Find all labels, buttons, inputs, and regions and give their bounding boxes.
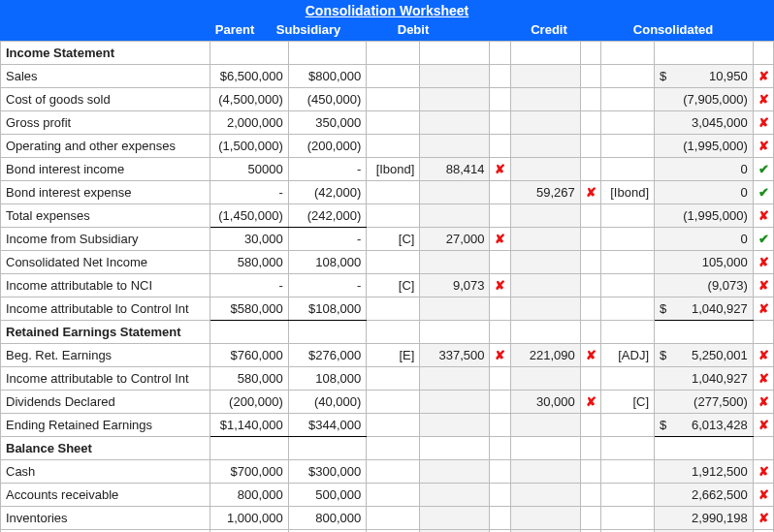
subsidiary-cell[interactable]: 800,000 bbox=[288, 507, 367, 530]
debit-ref-cell[interactable] bbox=[367, 135, 420, 158]
subsidiary-cell[interactable]: 108,000 bbox=[288, 367, 367, 391]
parent-cell[interactable]: (1,450,000) bbox=[210, 204, 289, 228]
consolidated-cell[interactable]: 0 bbox=[670, 228, 753, 251]
debit-value-cell[interactable] bbox=[420, 135, 490, 158]
subsidiary-cell[interactable]: - bbox=[288, 228, 367, 251]
debit-ref-cell[interactable] bbox=[367, 204, 420, 228]
credit-value-cell[interactable] bbox=[510, 251, 580, 274]
credit-value-cell[interactable] bbox=[510, 274, 580, 297]
debit-value-cell[interactable] bbox=[420, 204, 490, 228]
parent-cell[interactable]: $6,500,000 bbox=[210, 65, 289, 88]
debit-ref-cell[interactable] bbox=[367, 297, 420, 321]
credit-ref-cell[interactable]: [Ibond] bbox=[600, 181, 654, 204]
debit-value-cell[interactable] bbox=[420, 460, 490, 484]
credit-ref-cell[interactable] bbox=[600, 507, 654, 530]
subsidiary-cell[interactable]: - bbox=[288, 158, 367, 181]
parent-cell[interactable]: (4,500,000) bbox=[210, 88, 289, 111]
consolidated-cell[interactable]: (1,995,000) bbox=[670, 135, 753, 158]
credit-ref-cell[interactable] bbox=[600, 88, 654, 111]
subsidiary-cell[interactable]: (40,000) bbox=[288, 391, 367, 414]
parent-cell[interactable]: $580,000 bbox=[210, 297, 289, 321]
subsidiary-cell[interactable]: $300,000 bbox=[288, 460, 367, 484]
credit-ref-cell[interactable] bbox=[600, 204, 654, 228]
credit-value-cell[interactable] bbox=[510, 88, 580, 111]
consolidated-cell[interactable]: 6,013,428 bbox=[670, 414, 753, 437]
debit-value-cell[interactable]: 27,000 bbox=[420, 228, 490, 251]
credit-ref-cell[interactable]: [ADJ] bbox=[600, 344, 654, 367]
consolidated-cell[interactable]: (1,995,000) bbox=[670, 204, 753, 228]
credit-value-cell[interactable] bbox=[510, 228, 580, 251]
credit-value-cell[interactable] bbox=[510, 484, 580, 507]
parent-cell[interactable]: 580,000 bbox=[210, 251, 289, 274]
parent-cell[interactable]: 800,000 bbox=[210, 484, 289, 507]
debit-value-cell[interactable] bbox=[420, 367, 490, 391]
worksheet-title-link[interactable]: Consolidation Worksheet bbox=[306, 3, 469, 18]
subsidiary-cell[interactable]: 350,000 bbox=[288, 111, 367, 135]
subsidiary-cell[interactable]: $344,000 bbox=[288, 414, 367, 437]
credit-value-cell[interactable] bbox=[510, 135, 580, 158]
parent-cell[interactable]: (200,000) bbox=[210, 391, 289, 414]
debit-ref-cell[interactable] bbox=[367, 181, 420, 204]
credit-ref-cell[interactable] bbox=[600, 65, 654, 88]
credit-ref-cell[interactable] bbox=[600, 460, 654, 484]
subsidiary-cell[interactable]: $276,000 bbox=[288, 344, 367, 367]
debit-ref-cell[interactable] bbox=[367, 111, 420, 135]
debit-value-cell[interactable]: 9,073 bbox=[420, 274, 490, 297]
subsidiary-cell[interactable]: (242,000) bbox=[288, 204, 367, 228]
debit-value-cell[interactable] bbox=[420, 88, 490, 111]
debit-ref-cell[interactable] bbox=[367, 88, 420, 111]
debit-ref-cell[interactable] bbox=[367, 484, 420, 507]
debit-value-cell[interactable] bbox=[420, 65, 490, 88]
consolidated-cell[interactable]: 1,040,927 bbox=[670, 367, 753, 391]
credit-value-cell[interactable] bbox=[510, 414, 580, 437]
debit-ref-cell[interactable] bbox=[367, 251, 420, 274]
debit-ref-cell[interactable] bbox=[367, 391, 420, 414]
consolidated-cell[interactable]: 5,250,001 bbox=[670, 344, 753, 367]
debit-ref-cell[interactable] bbox=[367, 460, 420, 484]
consolidated-cell[interactable]: (277,500) bbox=[670, 391, 753, 414]
debit-ref-cell[interactable] bbox=[367, 65, 420, 88]
credit-ref-cell[interactable]: [C] bbox=[600, 391, 654, 414]
credit-ref-cell[interactable] bbox=[600, 297, 654, 321]
credit-value-cell[interactable]: 30,000 bbox=[510, 391, 580, 414]
consolidated-cell[interactable]: 0 bbox=[670, 181, 753, 204]
debit-ref-cell[interactable]: [Ibond] bbox=[367, 158, 420, 181]
debit-ref-cell[interactable] bbox=[367, 507, 420, 530]
credit-ref-cell[interactable] bbox=[600, 274, 654, 297]
debit-value-cell[interactable] bbox=[420, 507, 490, 530]
consolidated-cell[interactable]: 3,045,000 bbox=[670, 111, 753, 135]
consolidated-cell[interactable]: 105,000 bbox=[670, 251, 753, 274]
consolidated-cell[interactable]: (7,905,000) bbox=[670, 88, 753, 111]
credit-ref-cell[interactable] bbox=[600, 111, 654, 135]
parent-cell[interactable]: - bbox=[210, 274, 289, 297]
credit-ref-cell[interactable] bbox=[600, 367, 654, 391]
debit-ref-cell[interactable] bbox=[367, 414, 420, 437]
consolidated-cell[interactable]: (9,073) bbox=[670, 274, 753, 297]
credit-value-cell[interactable] bbox=[510, 158, 580, 181]
subsidiary-cell[interactable]: (450,000) bbox=[288, 88, 367, 111]
parent-cell[interactable]: 50000 bbox=[210, 158, 289, 181]
debit-value-cell[interactable] bbox=[420, 414, 490, 437]
debit-value-cell[interactable] bbox=[420, 484, 490, 507]
consolidated-cell[interactable]: 2,662,500 bbox=[670, 484, 753, 507]
subsidiary-cell[interactable]: (42,000) bbox=[288, 181, 367, 204]
credit-value-cell[interactable] bbox=[510, 460, 580, 484]
parent-cell[interactable]: $700,000 bbox=[210, 460, 289, 484]
credit-ref-cell[interactable] bbox=[600, 414, 654, 437]
debit-value-cell[interactable] bbox=[420, 251, 490, 274]
debit-value-cell[interactable]: 88,414 bbox=[420, 158, 490, 181]
subsidiary-cell[interactable]: - bbox=[288, 274, 367, 297]
consolidated-cell[interactable]: 1,912,500 bbox=[670, 460, 753, 484]
credit-value-cell[interactable]: 221,090 bbox=[510, 344, 580, 367]
parent-cell[interactable]: 30,000 bbox=[210, 228, 289, 251]
parent-cell[interactable]: 580,000 bbox=[210, 367, 289, 391]
parent-cell[interactable]: $1,140,000 bbox=[210, 414, 289, 437]
debit-ref-cell[interactable]: [E] bbox=[367, 344, 420, 367]
parent-cell[interactable]: - bbox=[210, 181, 289, 204]
parent-cell[interactable]: 2,000,000 bbox=[210, 111, 289, 135]
debit-ref-cell[interactable] bbox=[367, 367, 420, 391]
credit-value-cell[interactable] bbox=[510, 204, 580, 228]
consolidated-cell[interactable]: 0 bbox=[670, 158, 753, 181]
debit-value-cell[interactable]: 337,500 bbox=[420, 344, 490, 367]
subsidiary-cell[interactable]: $108,000 bbox=[288, 297, 367, 321]
